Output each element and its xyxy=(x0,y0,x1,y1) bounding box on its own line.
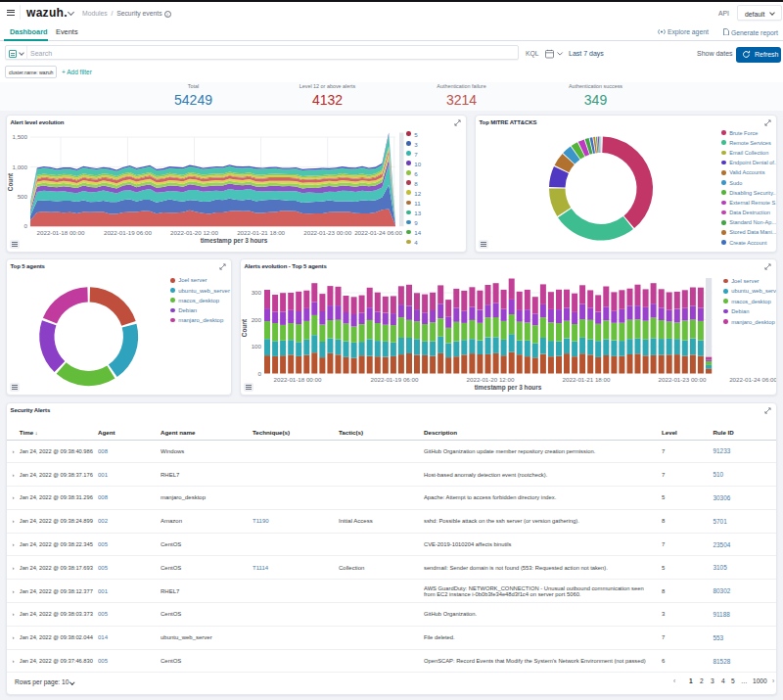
svg-text:1,000: 1,000 xyxy=(13,163,28,170)
svg-text:2022-01-18 00:00: 2022-01-18 00:00 xyxy=(274,376,322,383)
svg-text:2022-01-18 00:00: 2022-01-18 00:00 xyxy=(37,229,85,236)
svg-text:timestamp per 3 hours: timestamp per 3 hours xyxy=(201,237,268,245)
svg-text:2022-01-24 06:00: 2022-01-24 06:00 xyxy=(729,376,777,383)
svg-text:2022-01-21 18:00: 2022-01-21 18:00 xyxy=(237,229,285,236)
svg-text:200: 200 xyxy=(252,316,262,323)
svg-text:Count: Count xyxy=(7,172,14,191)
svg-text:100: 100 xyxy=(252,343,262,350)
svg-text:0: 0 xyxy=(24,222,28,229)
svg-text:2022-01-19 06:00: 2022-01-19 06:00 xyxy=(371,376,419,383)
svg-text:2022-01-23 00:00: 2022-01-23 00:00 xyxy=(303,229,351,236)
svg-text:2022-01-23 00:00: 2022-01-23 00:00 xyxy=(659,376,707,383)
svg-text:0: 0 xyxy=(258,370,262,377)
svg-text:2022-01-21 18:00: 2022-01-21 18:00 xyxy=(563,376,611,383)
svg-text:Count: Count xyxy=(241,318,248,337)
svg-text:500: 500 xyxy=(18,193,28,200)
svg-text:300: 300 xyxy=(252,289,262,296)
svg-text:2022-01-19 06:00: 2022-01-19 06:00 xyxy=(104,229,152,236)
svg-text:timestamp per 3 hours: timestamp per 3 hours xyxy=(475,384,542,392)
svg-text:2022-01-20 12:00: 2022-01-20 12:00 xyxy=(467,376,515,383)
svg-text:2022-01-20 12:00: 2022-01-20 12:00 xyxy=(170,229,218,236)
svg-text:1,500: 1,500 xyxy=(13,133,28,140)
svg-text:2022-01-24 06:00: 2022-01-24 06:00 xyxy=(354,229,402,236)
